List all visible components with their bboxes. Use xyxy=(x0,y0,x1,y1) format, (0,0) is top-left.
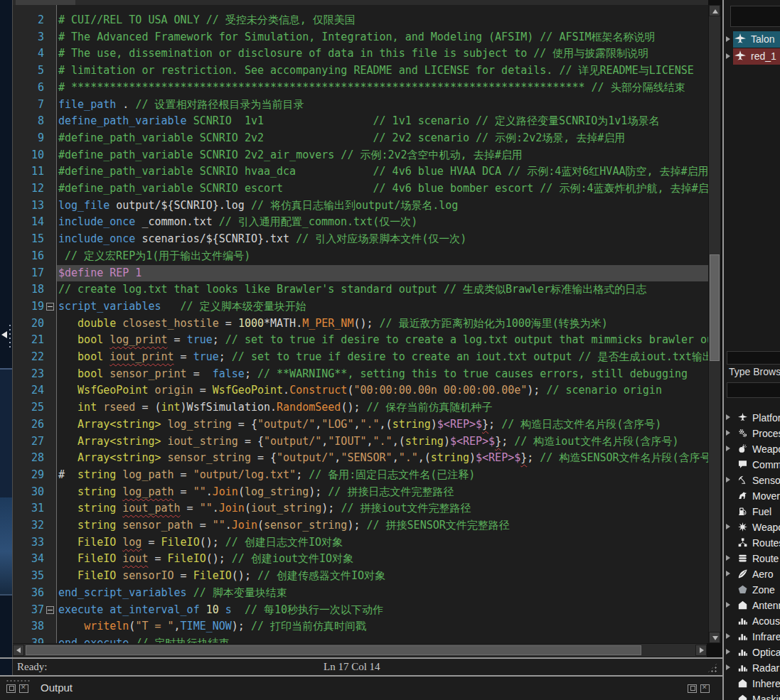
close-panel-icon[interactable] xyxy=(700,684,710,693)
scroll-down-button[interactable] xyxy=(709,632,720,643)
code-line[interactable]: include_once _common.txt // 引入通用配置_commo… xyxy=(58,214,417,231)
expand-arrow-icon[interactable] xyxy=(726,446,730,451)
type-item-sensors[interactable]: Sensors xyxy=(724,473,780,488)
vertical-scrollbar-thumb[interactable] xyxy=(710,254,720,361)
code-line[interactable]: #define_path_variable SCNRIO 2v2_air_mov… xyxy=(58,147,523,164)
horizontal-scrollbar[interactable] xyxy=(13,643,707,657)
expand-arrow-icon[interactable] xyxy=(726,555,730,561)
code-line[interactable]: end_script_variables // 脚本变量块结束 xyxy=(58,585,287,602)
code-line[interactable]: include_once scenarios/${SCNRIO}.txt // … xyxy=(58,231,466,248)
expand-arrow-icon[interactable] xyxy=(726,36,730,42)
code-line[interactable]: int rseed = (int)WsfSimulation.RandomSee… xyxy=(58,399,493,416)
expand-arrow-icon[interactable] xyxy=(726,602,730,608)
code-line[interactable]: string iout_path = "".Join(iout_string);… xyxy=(58,500,471,517)
platform-browser-search-input[interactable] xyxy=(730,6,780,27)
expand-arrow-icon[interactable] xyxy=(726,649,730,655)
code-line[interactable]: # string log_path = "output/log.txt"; //… xyxy=(58,467,475,484)
code-line[interactable]: # The use, dissemination or disclosure o… xyxy=(58,45,648,63)
vertical-scrollbar[interactable] xyxy=(708,5,721,643)
dock-handle[interactable] xyxy=(6,679,31,682)
type-item-zone[interactable]: Zone xyxy=(724,582,780,598)
code-line[interactable]: # The Advanced Framework for Simulation,… xyxy=(58,29,656,46)
code-line[interactable]: bool sensor_print = false; // **WARNING*… xyxy=(58,366,688,383)
scroll-right-button[interactable] xyxy=(695,645,707,656)
code-line[interactable]: # **************************************… xyxy=(58,80,685,97)
type-item-fuel[interactable]: Fuel xyxy=(724,504,780,519)
expand-arrow-icon[interactable] xyxy=(726,430,730,436)
float-panel-icon[interactable] xyxy=(688,684,697,693)
type-item-weapon-effects[interactable]: Weapon Effects xyxy=(724,519,780,535)
expand-arrow-icon[interactable] xyxy=(726,664,730,670)
code-line[interactable]: bool iout_print = true; // set to true i… xyxy=(58,349,708,366)
code-editor[interactable]: 2345678910111213141516171819202122232425… xyxy=(13,5,708,643)
code-line[interactable]: string sensor_path = "".Join(sensor_stri… xyxy=(58,517,510,534)
type-browser-search-input[interactable] xyxy=(727,382,780,398)
arrow-up-icon xyxy=(712,9,718,14)
type-item-radar-signatures[interactable]: Radar Signatures xyxy=(724,660,780,676)
float-panel-icon[interactable] xyxy=(6,684,16,693)
code-line[interactable]: #define_path_variable SCNRIO hvaa_dca //… xyxy=(58,163,708,181)
code-line[interactable]: string log_path = "".Join(log_string); /… xyxy=(58,484,454,501)
type-item-processors[interactable]: Processors xyxy=(724,426,780,441)
scroll-up-button[interactable] xyxy=(709,5,720,16)
code-line[interactable]: script_variables // 定义脚本级变量块开始 xyxy=(58,298,306,316)
bars-icon xyxy=(738,663,747,672)
code-line[interactable]: FileIO iout = FileIO(); // 创建iout文件IO对象 xyxy=(58,551,353,568)
code-line[interactable]: $define REP 1 xyxy=(58,265,141,282)
code-line[interactable]: file_path . // 设置相对路径根目录为当前目录 xyxy=(58,97,304,114)
expand-arrow-icon[interactable] xyxy=(726,53,730,59)
code-line[interactable]: double closest_hostile = 1000*MATH.M_PER… xyxy=(58,316,608,333)
fold-marker-icon[interactable] xyxy=(46,303,54,311)
code-line[interactable]: writeln("T = ",TIME_NOW); // 打印当前仿真时间戳 xyxy=(58,618,366,635)
expand-arrow-icon[interactable] xyxy=(726,477,730,483)
code-line[interactable]: # CUI//REL TO USA ONLY // 受控未分类信息, 仅限美国 xyxy=(58,12,356,29)
expand-arrow-icon[interactable] xyxy=(726,524,730,529)
scroll-left-button[interactable] xyxy=(13,645,24,656)
code-line[interactable]: Array<string> sensor_string = {"output/"… xyxy=(58,450,708,467)
type-item-infrared-signatures[interactable]: Infrared Signatures xyxy=(724,629,780,645)
type-item-platform-types[interactable]: Platform Types xyxy=(724,410,780,426)
code-line[interactable]: FileIO sensorIO = FileIO(); // 创建传感器文件IO… xyxy=(58,568,385,585)
fold-marker-icon[interactable] xyxy=(46,606,54,614)
splitter-handle[interactable] xyxy=(9,323,11,349)
resize-grip[interactable] xyxy=(707,662,718,674)
code-line[interactable]: execute at_interval_of 10 s // 每10秒执行一次以… xyxy=(58,602,383,619)
close-panel-icon[interactable] xyxy=(19,684,28,693)
code-line[interactable]: # limitation or restriction. See accompa… xyxy=(58,63,694,80)
type-item-routes[interactable]: Routes xyxy=(724,535,780,551)
code-line[interactable]: FileIO log = FileIO(); // 创建日志文件IO对象 xyxy=(58,534,343,551)
type-item-acoustic-signatures[interactable]: Acoustic Signatures xyxy=(724,613,780,629)
code-line[interactable]: log_file output/${SCNRIO}.log // 将仿真日志输出… xyxy=(58,198,458,215)
expand-arrow-icon[interactable] xyxy=(726,571,730,576)
code-line[interactable]: Array<string> iout_string = {"output/","… xyxy=(58,434,679,451)
code-line[interactable]: end_execute // 定时执行块结束 xyxy=(58,635,229,643)
horizontal-scrollbar-thumb[interactable] xyxy=(26,645,641,655)
code-line[interactable]: #define_path_variable SCNRIO 2v2 // 2v2 … xyxy=(58,130,625,147)
code-line[interactable]: define_path_variable SCNRIO 1v1 // 1v1 s… xyxy=(58,113,659,130)
type-item-comms[interactable]: Comms xyxy=(724,457,780,473)
code-area[interactable]: # CUI//REL TO USA ONLY // 受控未分类信息, 仅限美国#… xyxy=(13,5,708,643)
code-line[interactable]: // 定义宏REP为1(用于输出文件编号) xyxy=(58,248,250,265)
type-item-masking-patterns[interactable]: Masking Patterns xyxy=(724,691,780,700)
platform-item-red_1[interactable]: red_1 xyxy=(724,48,780,65)
code-line[interactable]: bool log_print = true; // set to true if… xyxy=(58,332,708,349)
expand-arrow-icon[interactable] xyxy=(726,414,730,420)
code-line[interactable]: #define_path_variable SCNRIO escort // 4… xyxy=(58,181,708,198)
code-line[interactable]: WsfGeoPoint origin = WsfGeoPoint.Constru… xyxy=(58,382,662,399)
type-item-weapons[interactable]: Weapons xyxy=(724,441,780,457)
platform-item-talon[interactable]: Talon xyxy=(724,31,780,48)
type-item-antenna-patterns[interactable]: Antenna Patterns xyxy=(724,598,780,613)
type-item-inherent-contrast[interactable]: Inherent Contrast xyxy=(724,676,780,691)
right-dock-panel: Talonred_1 Type Browser Platform TypesPr… xyxy=(724,0,780,700)
type-item-route-networks[interactable]: Route Networks xyxy=(724,551,780,566)
collapse-arrow-icon[interactable] xyxy=(1,331,7,338)
type-item-label: Optical Signatures xyxy=(752,647,780,658)
code-line[interactable]: Array<string> log_string = {"output/","L… xyxy=(58,416,661,434)
type-item-optical-signatures[interactable]: Optical Signatures xyxy=(724,645,780,660)
panel-input[interactable] xyxy=(727,351,780,365)
tab-1v1-txt[interactable]: 1v1.txt xyxy=(16,0,75,5)
code-line[interactable]: // create log.txt that looks like Brawle… xyxy=(58,281,646,298)
type-item-aero[interactable]: Aero xyxy=(724,566,780,582)
type-item-movers[interactable]: Movers xyxy=(724,488,780,504)
expand-arrow-icon[interactable] xyxy=(726,633,730,639)
